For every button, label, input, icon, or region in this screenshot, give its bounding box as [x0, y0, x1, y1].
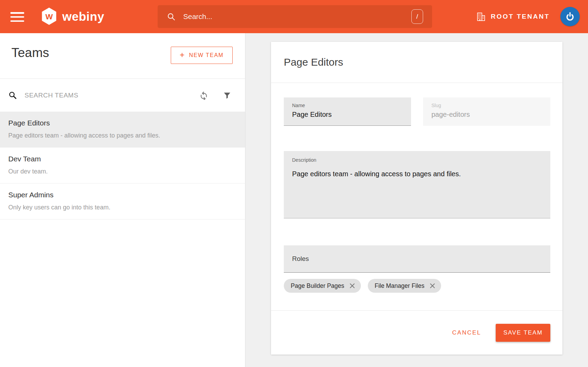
save-team-button[interactable]: SAVE TEAM — [496, 324, 550, 342]
chip-remove-button[interactable] — [349, 282, 356, 289]
team-details-panel: Page Editors Name Slug Description Page … — [245, 33, 588, 367]
search-icon — [8, 91, 17, 100]
menu-icon — [10, 12, 24, 14]
role-chips: Page Builder Pages File Manager Files — [284, 279, 550, 293]
form-body: Name Slug Description Page editors team … — [271, 97, 562, 293]
slash-shortcut-badge: / — [411, 9, 423, 24]
team-search-bar — [0, 79, 245, 112]
description-label: Description — [292, 157, 542, 163]
team-name: Dev Team — [8, 155, 237, 163]
tenant-building-icon — [476, 12, 486, 21]
search-icon — [167, 12, 176, 21]
team-list: Page Editors Page editors team - allowin… — [0, 112, 245, 219]
name-field: Name — [284, 97, 411, 126]
slug-field: Slug — [423, 97, 550, 126]
new-team-label: NEW TEAM — [189, 52, 224, 58]
team-description: Page editors team - allowing access to p… — [8, 132, 237, 139]
team-list-item[interactable]: Page Editors Page editors team - allowin… — [0, 112, 245, 148]
slug-input — [431, 111, 542, 119]
reload-button[interactable] — [198, 89, 210, 101]
team-description: Only key users can go into this team. — [8, 204, 237, 211]
plus-icon: + — [180, 50, 185, 60]
name-label: Name — [292, 103, 403, 108]
role-chip: Page Builder Pages — [284, 279, 361, 293]
team-list-item[interactable]: Super Admins Only key users can go into … — [0, 184, 245, 219]
page-title: Teams — [11, 46, 49, 60]
app-header: W webiny / ROOT TENANT — [0, 0, 588, 33]
slug-label: Slug — [431, 103, 542, 108]
name-input[interactable] — [292, 111, 403, 119]
reload-icon — [199, 91, 208, 100]
filter-icon — [223, 91, 231, 100]
team-search-input[interactable] — [25, 92, 198, 99]
form-title: Page Editors — [284, 56, 343, 68]
team-name: Super Admins — [8, 191, 237, 199]
description-input[interactable]: Page editors team - allowing access to p… — [292, 169, 542, 214]
close-icon — [349, 283, 355, 289]
webiny-logo-icon: W — [41, 8, 57, 25]
description-field: Description Page editors team - allowing… — [284, 151, 550, 218]
webiny-logo: W webiny — [41, 8, 104, 25]
global-search-input[interactable] — [183, 12, 411, 21]
global-search: / — [158, 5, 432, 28]
menu-button[interactable] — [10, 11, 26, 22]
tenant-selector[interactable]: ROOT TENANT — [476, 0, 550, 33]
roles-select[interactable]: Roles — [284, 245, 550, 273]
teams-sidebar: Teams + NEW TEAM — [0, 33, 245, 367]
filter-button[interactable] — [222, 90, 233, 101]
chip-label: Page Builder Pages — [291, 282, 344, 290]
role-chip: File Manager Files — [368, 279, 441, 293]
chip-remove-button[interactable] — [429, 282, 436, 289]
team-name: Page Editors — [8, 119, 237, 127]
cancel-button[interactable]: CANCEL — [452, 329, 481, 336]
app-root: W webiny / ROOT TENANT — [0, 0, 588, 367]
new-team-button[interactable]: + NEW TEAM — [171, 47, 233, 64]
user-avatar[interactable] — [560, 7, 580, 26]
tenant-label: ROOT TENANT — [491, 13, 550, 20]
roles-label: Roles — [292, 255, 309, 263]
chip-label: File Manager Files — [375, 282, 424, 290]
svg-text:W: W — [45, 12, 53, 21]
form-header: Page Editors — [271, 42, 562, 83]
sidebar-header: Teams + NEW TEAM — [0, 33, 245, 79]
form-footer: CANCEL SAVE TEAM — [271, 310, 562, 355]
team-description: Our dev team. — [8, 168, 237, 175]
team-list-item[interactable]: Dev Team Our dev team. — [0, 148, 245, 184]
brand-wordmark: webiny — [62, 10, 104, 23]
team-form-card: Page Editors Name Slug Description Page … — [271, 42, 562, 355]
close-icon — [430, 283, 435, 289]
power-icon — [563, 9, 577, 24]
